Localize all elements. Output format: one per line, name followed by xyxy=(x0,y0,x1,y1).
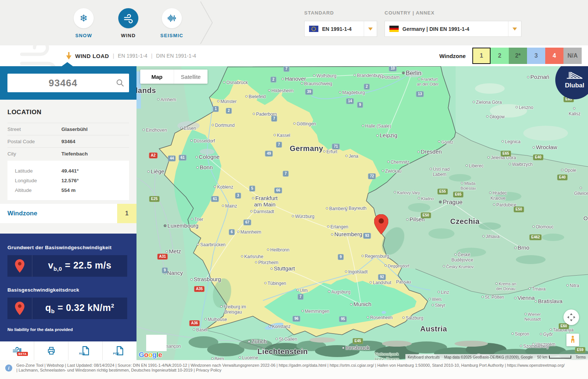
windload-bar: WIND LOAD | EN 1991-1-4 | DIN EN 1991-1-… xyxy=(0,45,588,66)
google-logo[interactable]: Google xyxy=(139,351,162,359)
wind-icon xyxy=(123,13,134,23)
map-scale: 50 km xyxy=(537,355,571,359)
road-badge: E25 xyxy=(149,196,160,202)
separator: | xyxy=(113,53,114,59)
road-badge: 2 xyxy=(270,77,276,83)
windload-title: WIND LOAD xyxy=(75,53,109,59)
geo-zone-tool-app: { "header": { "tabs": [ {"label": "SNOW"… xyxy=(0,0,588,379)
windzone-legend-cell[interactable]: 2* xyxy=(509,48,527,64)
road-badge: E462 xyxy=(529,234,542,240)
road-badge: 7 xyxy=(283,66,289,72)
road-badge: E55 xyxy=(437,189,448,195)
road-badge: 6 xyxy=(229,229,235,235)
search-input[interactable] xyxy=(7,74,129,92)
tab-seismic-label: SEISMIC xyxy=(150,33,194,38)
road-badge: 66 xyxy=(274,187,282,193)
basic-wind-speed-card: vb,0 = 22.5 m/s xyxy=(7,255,127,277)
location-row: StreetGlaserbühl xyxy=(7,123,129,135)
windload-annex: DIN EN 1991-1-4 xyxy=(156,53,196,59)
chevron-down-icon xyxy=(368,28,373,30)
windzone-legend-cell[interactable]: 2 xyxy=(491,48,509,64)
coordinate-row: Longitude12.576° xyxy=(15,176,129,185)
basic-wind-speed-value: vb,0 = 22.5 m/s xyxy=(32,260,127,272)
windzone-legend-label: Windzone xyxy=(439,45,466,66)
location-title: LOCATION xyxy=(7,109,42,116)
coordinate-row: Altitude554 m xyxy=(15,185,129,195)
xls-label: XLS xyxy=(79,352,85,355)
standard-dropdown[interactable]: EN 1991-1-4 xyxy=(304,21,377,37)
windzone-legend-cell[interactable]: N/A xyxy=(563,48,582,64)
wind-results-panel: Grundwert der Basiswindgeschwindigkeit v… xyxy=(0,234,136,341)
beta-badge: BETA xyxy=(17,352,28,356)
eu-flag-icon xyxy=(309,26,318,32)
chevron-down-icon xyxy=(513,28,517,30)
windzone-result-row: Windzone 1 xyxy=(0,204,136,223)
location-row: CityTiefenbach xyxy=(7,147,129,160)
road-badge: 9 xyxy=(357,102,363,108)
windzone-legend-cell[interactable]: 4 xyxy=(545,48,563,64)
keyboard-shortcuts-link[interactable]: Keyboard shortcuts xyxy=(408,355,440,359)
country-value: Germany | DIN EN 1991-1-4 xyxy=(402,26,469,32)
map-canvas[interactable]: NetherlandsArnhemOsnabrückMünsterBielefe… xyxy=(136,66,588,360)
breadcrumb-chevron xyxy=(200,0,215,45)
road-badge: 61 xyxy=(211,196,219,202)
windzone-result-label: Windzone xyxy=(7,204,37,223)
export-pdf-button[interactable]: PDF xyxy=(103,341,136,360)
export-xls-button[interactable]: XLS xyxy=(68,341,103,360)
location-row: Postal Code93464 xyxy=(7,135,129,147)
road-badge: 10 xyxy=(389,66,396,71)
tab-wind[interactable]: WIND xyxy=(106,0,151,38)
road-badge: A31 xyxy=(157,254,168,260)
tab-seismic[interactable]: SEISMIC xyxy=(150,0,194,38)
footer-line2: | Lachmann, Schneelasten- und Windzonen … xyxy=(16,368,584,373)
wind-beta-button[interactable]: BETA xyxy=(0,341,34,360)
map-attribution: Keyboard shortcuts Map data ©2025 GeoBas… xyxy=(405,354,588,360)
scale-bar xyxy=(549,356,571,359)
windzone-legend-cell[interactable]: 3 xyxy=(527,48,545,64)
coordinates-card: Latitude49.441° Longitude12.576° Altitud… xyxy=(7,161,129,200)
search-icon[interactable] xyxy=(116,78,125,87)
road-badge: 67 xyxy=(243,219,251,225)
road-badge: 3 xyxy=(235,193,241,199)
bridge-icon xyxy=(566,71,583,81)
road-badge: 92 xyxy=(378,274,386,280)
road-badge: 71 xyxy=(332,144,340,150)
terms-link[interactable]: Terms xyxy=(576,355,586,359)
coordinate-row: Latitude49.441° xyxy=(15,166,129,176)
map-type-satellite-button[interactable]: Satellite xyxy=(174,70,208,84)
road-badge: 2 xyxy=(364,84,370,90)
road-badge: 93 xyxy=(363,233,371,239)
road-badge: 1 xyxy=(213,106,219,112)
seismic-icon xyxy=(167,13,177,23)
road-badge: 14 xyxy=(346,98,354,104)
velocity-pressure-card: qb = 0.32 kN/m2 xyxy=(7,298,127,319)
pdf-label: PDF xyxy=(113,352,119,355)
map-pin-icon xyxy=(15,259,25,273)
road-badge: 7 xyxy=(276,142,282,148)
road-badge: 39 xyxy=(305,89,313,95)
map-badges-layer: 7102239131491277714944617725663616769399… xyxy=(136,66,588,360)
print-button[interactable] xyxy=(34,341,68,360)
tab-snow-label: SNOW xyxy=(61,33,106,38)
disclaimer-text: No liability for the data provided xyxy=(7,327,73,332)
four-way-arrows-icon xyxy=(566,312,576,322)
road-badge: A2 xyxy=(149,152,158,158)
panel-notch xyxy=(62,62,73,66)
map-type-map-button[interactable]: Map xyxy=(140,70,174,84)
road-badge: E59 xyxy=(575,347,585,353)
privacy-policy-link[interactable]: Privacy Policy xyxy=(196,368,221,372)
footer-line1: Geo-Zone Tool | Webshop | Last Updated: … xyxy=(16,363,584,368)
velocity-pressure-value: qb = 0.32 kN/m2 xyxy=(32,302,127,314)
snowflake-icon: ❄ xyxy=(80,13,88,23)
pan-control[interactable] xyxy=(563,309,579,325)
street-view-pegman[interactable] xyxy=(566,334,579,346)
germany-flag-icon xyxy=(389,26,399,32)
road-badge: 7 xyxy=(271,116,277,122)
country-dropdown[interactable]: Germany | DIN EN 1991-1-4 xyxy=(385,21,521,37)
road-badge: 7 xyxy=(283,171,289,177)
road-badge: 9 xyxy=(338,254,344,260)
tab-snow[interactable]: ❄ SNOW xyxy=(61,0,106,38)
country-label: COUNTRY | ANNEX xyxy=(385,10,434,16)
windload-standard: EN 1991-1-4 xyxy=(118,53,147,59)
windzone-legend-cell[interactable]: 1 xyxy=(472,48,491,64)
